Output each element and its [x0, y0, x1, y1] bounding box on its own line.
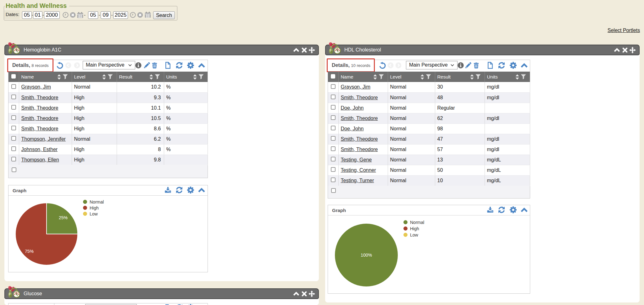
svg-text:25%: 25%	[59, 215, 68, 220]
svg-text:75%: 75%	[25, 249, 34, 254]
svg-text:100%: 100%	[361, 253, 372, 258]
